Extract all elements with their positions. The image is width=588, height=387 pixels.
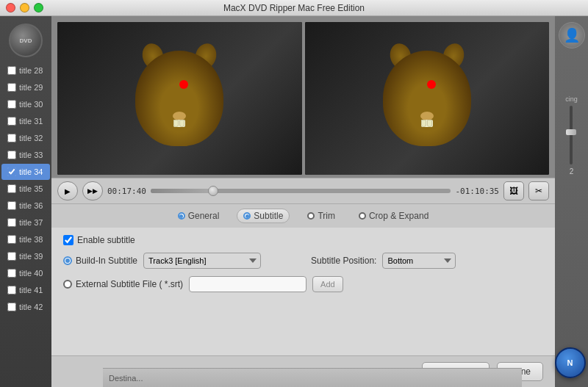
- destination-label: Destina...: [109, 374, 143, 383]
- sidebar-checkbox-title-34[interactable]: [7, 167, 16, 176]
- video-preview-left: [57, 22, 302, 175]
- sidebar-item-title-36[interactable]: title 36: [1, 198, 50, 214]
- sidebar-item-title-30[interactable]: title 30: [1, 96, 50, 112]
- sidebar-checkbox-title-39[interactable]: [7, 252, 16, 261]
- sidebar-checkbox-title-30[interactable]: [7, 100, 16, 109]
- rip-button[interactable]: N: [555, 347, 586, 378]
- sidebar-item-title-37[interactable]: title 37: [1, 214, 50, 231]
- sidebar-item-title-34[interactable]: title 34: [1, 164, 50, 180]
- right-slider-area: cing 2: [565, 95, 578, 176]
- sidebar-label-title-30: title 30: [19, 100, 43, 109]
- tabs-bar: General Subtitle Trim Crop & Expand: [51, 204, 555, 228]
- close-button[interactable]: [6, 3, 15, 12]
- sidebar-checkbox-title-41[interactable]: [7, 286, 16, 294]
- tab-general-radio: [178, 212, 185, 220]
- tab-general[interactable]: General: [172, 209, 226, 223]
- track-select[interactable]: Track3 [English] Track1 [English] Track2…: [143, 253, 261, 269]
- controls-bar: ▶ ▶▶ 00:17:40 -01:10:35 🖼 ✂: [51, 178, 555, 204]
- right-slider-thumb[interactable]: [566, 129, 576, 135]
- tab-crop-expand[interactable]: Crop & Expand: [353, 209, 434, 223]
- buildin-subtitle-row: Build-In Subtitle Track3 [English] Track…: [63, 253, 543, 269]
- tab-trim[interactable]: Trim: [301, 209, 341, 223]
- enable-subtitle-checkbox[interactable]: [63, 235, 74, 245]
- progress-thumb[interactable]: [208, 186, 218, 196]
- external-radio[interactable]: [63, 280, 72, 289]
- red-spot: [179, 80, 188, 89]
- play-button[interactable]: ▶: [57, 181, 78, 200]
- ff-icon: ▶▶: [87, 187, 98, 195]
- sidebar-label-title-29: title 29: [19, 83, 43, 92]
- sidebar-label-title-32: title 32: [19, 134, 43, 142]
- screenshot-button[interactable]: 🖼: [503, 181, 524, 200]
- sidebar-checkbox-title-28[interactable]: [7, 66, 16, 75]
- buildin-radio[interactable]: [63, 256, 72, 265]
- sidebar-label-title-37: title 37: [19, 218, 43, 227]
- right-slider[interactable]: [570, 106, 573, 164]
- enable-subtitle-row: Enable subtitle: [63, 235, 543, 245]
- sidebar-checkbox-title-36[interactable]: [7, 201, 16, 210]
- video-thumbnail-left: [128, 40, 231, 157]
- sidebar-checkbox-title-32[interactable]: [7, 134, 16, 142]
- progress-fill: [151, 189, 211, 193]
- tab-crop-radio: [359, 212, 366, 220]
- sidebar-item-title-40[interactable]: title 40: [1, 265, 50, 281]
- add-button[interactable]: Add: [312, 276, 343, 292]
- minimize-button[interactable]: [20, 3, 29, 12]
- app-title: MacX DVD Ripper Mac Free Edition: [223, 3, 365, 13]
- sidebar-item-title-42[interactable]: title 42: [1, 299, 50, 315]
- tooth-left-r: [421, 120, 426, 127]
- tab-subtitle[interactable]: Subtitle: [237, 209, 290, 223]
- tab-general-label: General: [188, 211, 220, 221]
- sidebar-checkbox-title-35[interactable]: [7, 184, 16, 193]
- tab-trim-radio: [307, 212, 315, 220]
- sidebar-item-title-41[interactable]: title 41: [1, 282, 50, 298]
- sidebar-label-title-35: title 35: [19, 184, 43, 193]
- animal-body: [135, 51, 223, 146]
- sidebar-checkbox-title-33[interactable]: [7, 151, 16, 159]
- buildin-subtitle-option[interactable]: Build-In Subtitle: [63, 256, 137, 266]
- settings-panel: Enable subtitle Build-In Subtitle Track3…: [51, 228, 555, 355]
- sidebar-item-title-33[interactable]: title 33: [1, 147, 50, 163]
- sidebar-label-title-42: title 42: [19, 303, 43, 311]
- tooth-left: [173, 120, 179, 127]
- time-current: 00:17:40: [107, 187, 146, 196]
- app-logo: DVD: [7, 22, 44, 59]
- sidebar-label-title-36: title 36: [19, 201, 43, 210]
- tooth-right-r: [427, 120, 432, 127]
- external-subtitle-row: External Subtitle File ( *.srt) Add: [63, 276, 543, 292]
- camera-icon: 🖼: [509, 186, 518, 196]
- tab-trim-label: Trim: [318, 211, 335, 221]
- sidebar-label-title-41: title 41: [19, 286, 43, 294]
- sidebar: DVD title 28title 29title 30title 31titl…: [0, 16, 51, 387]
- sidebar-checkbox-title-38[interactable]: [7, 235, 16, 244]
- sidebar-checkbox-title-40[interactable]: [7, 269, 16, 278]
- time-remaining: -01:10:35: [455, 187, 499, 196]
- maximize-button[interactable]: [34, 3, 43, 12]
- sidebar-item-title-38[interactable]: title 38: [1, 231, 50, 247]
- video-thumbnail-right: [376, 40, 478, 157]
- clip-button[interactable]: ✂: [528, 181, 549, 200]
- sidebar-label-title-28: title 28: [19, 66, 43, 75]
- progress-bar[interactable]: [151, 189, 451, 193]
- sidebar-checkbox-title-42[interactable]: [7, 303, 16, 311]
- position-select[interactable]: Bottom Top Center: [382, 253, 456, 269]
- sidebar-checkbox-title-37[interactable]: [7, 218, 16, 227]
- fast-forward-button[interactable]: ▶▶: [82, 181, 103, 200]
- sidebar-item-title-32[interactable]: title 32: [1, 130, 50, 146]
- sidebar-item-title-28[interactable]: title 28: [1, 62, 50, 79]
- sidebar-item-title-39[interactable]: title 39: [1, 248, 50, 264]
- position-label: Subtitle Position:: [311, 256, 376, 266]
- sidebar-checkbox-title-31[interactable]: [7, 117, 16, 126]
- sidebar-item-title-29[interactable]: title 29: [1, 79, 50, 95]
- sidebar-item-title-31[interactable]: title 31: [1, 113, 50, 129]
- user-avatar: 👤: [559, 22, 585, 48]
- sidebar-checkbox-title-29[interactable]: [7, 83, 16, 92]
- sidebar-item-title-35[interactable]: title 35: [1, 181, 50, 197]
- sidebar-label-title-38: title 38: [19, 235, 43, 244]
- tab-subtitle-label: Subtitle: [254, 211, 283, 221]
- tab-crop-expand-label: Crop & Expand: [369, 211, 429, 221]
- enable-subtitle-label[interactable]: Enable subtitle: [63, 235, 135, 245]
- external-subtitle-input[interactable]: [189, 276, 306, 292]
- destination-bar: Destina...: [103, 368, 522, 387]
- external-subtitle-option[interactable]: External Subtitle File ( *.srt): [63, 279, 183, 289]
